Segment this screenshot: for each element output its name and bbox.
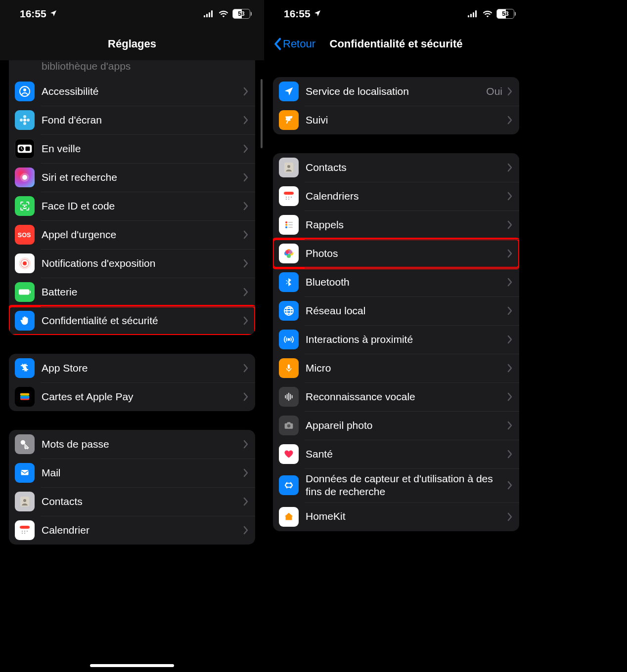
row-research[interactable]: Données de capteur et d'utilisation à de… — [273, 468, 519, 503]
row-camera[interactable]: Appareil photo — [273, 411, 519, 440]
svg-rect-3 — [211, 10, 213, 17]
chevron-right-icon — [507, 392, 512, 401]
svg-rect-42 — [475, 10, 477, 17]
svg-rect-29 — [21, 470, 29, 475]
row-label: Interactions à proximité — [306, 333, 507, 346]
row-label: Bluetooth — [306, 276, 507, 289]
row-standby[interactable]: En veille — [9, 134, 255, 163]
row-wallet[interactable]: Cartes et Apple Pay — [9, 382, 255, 411]
row-label: Rappels — [306, 218, 507, 231]
calendar-icon — [279, 186, 299, 206]
svg-point-74 — [287, 424, 291, 428]
chevron-right-icon — [507, 278, 512, 287]
status-time: 16:55 — [284, 8, 311, 20]
chevron-right-icon — [507, 116, 512, 125]
row-wallpaper[interactable]: Fond d'écran — [9, 106, 255, 134]
chevron-right-icon — [243, 316, 248, 325]
row-label: Service de localisation — [306, 85, 486, 98]
person-icon — [15, 82, 35, 101]
row-photos[interactable]: Photos — [273, 239, 519, 268]
row-calendars[interactable]: Calendriers — [273, 182, 519, 210]
key-icon — [15, 434, 35, 454]
row-sos[interactable]: SOSAppel d'urgence — [9, 220, 255, 249]
row-label: Fond d'écran — [42, 114, 243, 126]
svg-rect-68 — [288, 365, 290, 369]
row-label: Mail — [42, 466, 243, 479]
chevron-right-icon — [243, 173, 248, 182]
row-label: HomeKit — [306, 510, 507, 523]
svg-point-53 — [285, 221, 287, 223]
location-arrow-icon — [314, 8, 321, 20]
chevron-right-icon — [507, 481, 512, 490]
row-bluetooth[interactable]: Bluetooth — [273, 268, 519, 296]
row-reminders[interactable]: Rappels — [273, 210, 519, 239]
row-battery[interactable]: Batterie — [9, 278, 255, 306]
svg-point-49 — [291, 197, 292, 198]
reminders-icon — [279, 215, 299, 235]
battery-icon: 53 — [496, 9, 514, 19]
chevron-right-icon — [507, 450, 512, 459]
row-label: Notifications d'exposition — [42, 257, 243, 270]
chevron-right-icon — [507, 249, 512, 258]
status-bar: 16:55 53 — [0, 0, 264, 28]
battery-icon: 53 — [232, 9, 250, 19]
svg-rect-46 — [284, 192, 294, 195]
row-privacy[interactable]: Confidentialité et sécurité — [9, 306, 255, 335]
svg-point-67 — [287, 338, 290, 341]
svg-point-7 — [23, 115, 26, 118]
right-screenshot: 16:55 53 Retour Confidentialité et sécur… — [264, 0, 528, 672]
row-contacts[interactable]: Contacts — [9, 487, 255, 516]
svg-rect-27 — [20, 396, 29, 399]
row-mail[interactable]: Mail — [9, 459, 255, 487]
row-homekit[interactable]: HomeKit — [273, 503, 519, 531]
row-calendar[interactable]: Calendrier — [9, 516, 255, 545]
chevron-right-icon — [507, 163, 512, 172]
row-tracking[interactable]: Suivi — [273, 106, 519, 134]
row-speech[interactable]: Reconnaissance vocale — [273, 382, 519, 411]
svg-point-15 — [22, 175, 27, 180]
row-passwords[interactable]: Mots de passe — [9, 430, 255, 459]
bluetooth-icon — [279, 272, 299, 292]
left-screenshot: 16:55 53 Réglages bibliothèque d'apps Ac… — [0, 0, 264, 672]
hand-icon — [15, 311, 35, 331]
row-location[interactable]: Service de localisationOui — [273, 77, 519, 106]
globe-icon — [279, 301, 299, 321]
row-nearby[interactable]: Interactions à proximité — [273, 325, 519, 354]
svg-rect-40 — [470, 14, 472, 17]
back-button[interactable]: Retour — [273, 38, 315, 50]
row-label: Accessibilité — [42, 85, 243, 98]
row-label: En veille — [42, 142, 243, 155]
row-exposure[interactable]: Notifications d'exposition — [9, 249, 255, 278]
exposure-icon — [15, 253, 35, 273]
home-indicator — [90, 664, 174, 667]
siri-icon — [15, 168, 35, 187]
row-label: Mots de passe — [42, 438, 243, 451]
row-faceid[interactable]: Face ID et code — [9, 192, 255, 220]
svg-point-36 — [27, 531, 28, 532]
row-health[interactable]: Santé — [273, 440, 519, 468]
row-mic[interactable]: Micro — [273, 354, 519, 382]
chevron-right-icon — [243, 87, 248, 96]
svg-point-5 — [23, 88, 26, 91]
back-label: Retour — [283, 38, 315, 50]
row-label: Photos — [306, 247, 507, 260]
row-localnet[interactable]: Réseau local — [273, 296, 519, 325]
row-accessibility[interactable]: Accessibilité — [9, 77, 255, 106]
row-appstore[interactable]: App Store — [9, 354, 255, 382]
svg-point-48 — [288, 197, 289, 198]
row-label: Santé — [306, 448, 507, 461]
privacy-content: Service de localisationOuiSuivi Contacts… — [264, 77, 528, 531]
svg-point-35 — [24, 531, 25, 532]
row-label: Calendriers — [306, 190, 507, 203]
row-contacts[interactable]: Contacts — [273, 153, 519, 182]
svg-rect-23 — [30, 291, 31, 294]
chevron-right-icon — [507, 220, 512, 229]
chevron-right-icon — [507, 335, 512, 344]
scroll-indicator — [261, 79, 263, 148]
row-label: Face ID et code — [42, 200, 243, 212]
row-siri[interactable]: Siri et recherche — [9, 163, 255, 192]
svg-rect-72 — [290, 394, 291, 400]
svg-rect-71 — [288, 393, 289, 401]
privacy-section-apps: ContactsCalendriersRappelsPhotosBluetoot… — [273, 153, 519, 531]
page-title: Confidentialité et sécurité — [330, 38, 463, 50]
